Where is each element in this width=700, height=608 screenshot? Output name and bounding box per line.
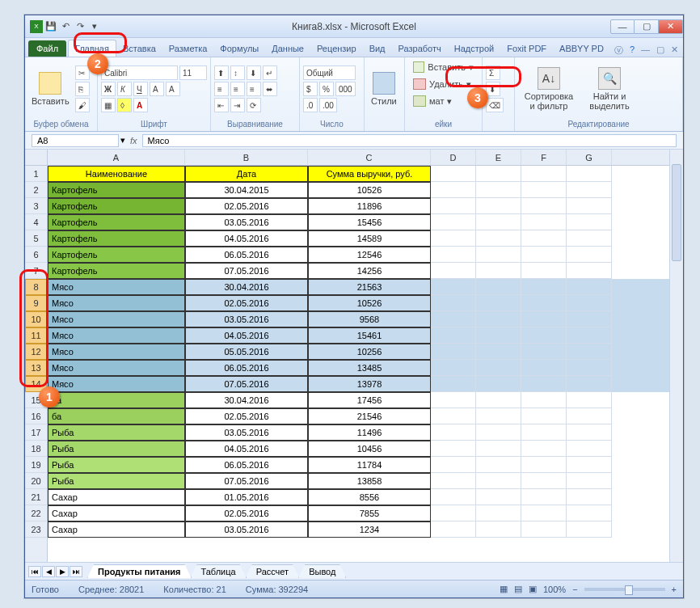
cell-empty[interactable]: [476, 424, 521, 441]
font-name-combo[interactable]: Calibri: [101, 65, 178, 80]
cell-sum[interactable]: 10526: [308, 182, 431, 198]
cell-empty[interactable]: [521, 489, 567, 505]
sheet-nav-last-icon[interactable]: ⏭: [70, 566, 82, 577]
cell-empty[interactable]: [476, 230, 521, 247]
row-header[interactable]: 14: [25, 376, 47, 392]
cell-sum[interactable]: 10456: [308, 441, 431, 457]
view-normal-icon[interactable]: ▦: [500, 584, 508, 594]
cell-empty[interactable]: [567, 457, 612, 473]
cell-date[interactable]: 30.04.2016: [185, 392, 308, 408]
cell-empty[interactable]: [567, 505, 612, 521]
cell-empty[interactable]: [476, 441, 521, 457]
cell-empty[interactable]: [567, 263, 612, 279]
cell-empty[interactable]: [431, 295, 476, 311]
header-date[interactable]: Дата: [185, 166, 308, 182]
sheet-nav-next-icon[interactable]: ▶: [56, 566, 69, 577]
cell-date[interactable]: 04.05.2016: [185, 230, 308, 247]
font-color-button[interactable]: A: [133, 98, 148, 112]
cell-empty[interactable]: [431, 198, 476, 214]
cell-empty[interactable]: [476, 489, 521, 505]
cell-empty[interactable]: [521, 521, 567, 538]
cell-empty[interactable]: [521, 408, 567, 424]
header-name[interactable]: Наименование: [48, 166, 185, 182]
maximize-button[interactable]: ▢: [635, 19, 659, 34]
cell-empty[interactable]: [567, 279, 612, 295]
cell-empty[interactable]: [431, 230, 476, 247]
cell-date[interactable]: 04.05.2016: [185, 441, 308, 457]
zoom-out-icon[interactable]: −: [572, 585, 577, 594]
cell-empty[interactable]: [476, 376, 521, 392]
delete-cells-button[interactable]: Удалить▾: [408, 76, 479, 92]
cell-empty[interactable]: [521, 392, 567, 408]
cell-name[interactable]: Картофель: [48, 198, 185, 214]
row-header[interactable]: 20: [25, 473, 47, 489]
row-header[interactable]: 16: [25, 408, 47, 424]
cell-empty[interactable]: [476, 360, 521, 376]
cell-date[interactable]: 30.04.2016: [185, 279, 308, 295]
find-select-button[interactable]: 🔍Найти и выделить: [582, 65, 637, 112]
vertical-scrollbar[interactable]: [669, 150, 683, 562]
align-center-icon[interactable]: ≡: [230, 82, 245, 96]
doc-restore-icon[interactable]: ▢: [656, 44, 664, 57]
align-top-icon[interactable]: ⬆: [214, 65, 229, 80]
cell-date[interactable]: 03.05.2016: [185, 311, 308, 327]
cell-name[interactable]: Мясо: [48, 311, 185, 327]
cell-empty[interactable]: [521, 441, 567, 457]
wrap-text-icon[interactable]: ↵: [263, 65, 277, 80]
cell-empty[interactable]: [431, 457, 476, 473]
view-layout-icon[interactable]: ▤: [514, 584, 522, 594]
orientation-icon[interactable]: ⟳: [247, 98, 261, 112]
cell-date[interactable]: 02.05.2016: [185, 198, 308, 214]
grow-font-icon[interactable]: A: [150, 82, 164, 96]
cell-empty[interactable]: [521, 376, 567, 392]
cell-name[interactable]: Рыба: [48, 457, 185, 473]
sheet-nav-first-icon[interactable]: ⏮: [28, 566, 41, 577]
cut-icon[interactable]: ✂: [75, 65, 90, 80]
sheet-tab[interactable]: Рассчет: [246, 564, 300, 578]
tab-home[interactable]: Главная: [68, 40, 116, 57]
save-icon[interactable]: 💾: [44, 20, 57, 33]
sheet-tab[interactable]: Продукты питания: [87, 564, 192, 578]
cell-empty[interactable]: [476, 392, 521, 408]
cell-name[interactable]: Мясо: [48, 360, 185, 376]
col-header-f[interactable]: F: [521, 150, 567, 165]
merge-icon[interactable]: ⬌: [263, 82, 277, 96]
cell-name[interactable]: Мясо: [48, 327, 185, 344]
cell-empty[interactable]: [476, 457, 521, 473]
sheet-nav-prev-icon[interactable]: ◀: [42, 566, 55, 577]
cell-empty[interactable]: [521, 198, 567, 214]
tab-developer[interactable]: Разработч: [392, 40, 448, 57]
cell-empty[interactable]: [567, 392, 612, 408]
row-header[interactable]: 8: [25, 279, 47, 295]
cell-empty[interactable]: [431, 505, 476, 521]
cell-date[interactable]: 06.05.2016: [185, 360, 308, 376]
cell-empty[interactable]: [431, 327, 476, 344]
cell-empty[interactable]: [521, 424, 567, 441]
font-size-combo[interactable]: 11: [179, 65, 207, 80]
row-header[interactable]: 2: [25, 182, 47, 198]
cell-date[interactable]: 03.05.2016: [185, 214, 308, 230]
cell-sum[interactable]: 15456: [308, 214, 431, 230]
close-button[interactable]: ✕: [659, 19, 683, 34]
italic-button[interactable]: К: [117, 82, 132, 96]
doc-minimize-icon[interactable]: —: [641, 44, 650, 57]
row-header[interactable]: 10: [25, 311, 47, 327]
cell-name[interactable]: Сахар: [48, 505, 185, 521]
cell-name[interactable]: Картофель: [48, 230, 185, 247]
tab-formulas[interactable]: Формулы: [213, 40, 265, 57]
cell-empty[interactable]: [567, 311, 612, 327]
cell-date[interactable]: 07.05.2016: [185, 376, 308, 392]
cell-empty[interactable]: [431, 247, 476, 263]
zoom-in-icon[interactable]: +: [672, 585, 677, 594]
tab-foxit[interactable]: Foxit PDF: [500, 40, 553, 57]
cell-name[interactable]: Рыба: [48, 473, 185, 489]
redo-icon[interactable]: ↷: [74, 20, 86, 33]
cell-name[interactable]: Сахар: [48, 521, 185, 538]
cell-empty[interactable]: [567, 182, 612, 198]
autosum-icon[interactable]: Σ: [486, 65, 500, 80]
comma-icon[interactable]: 000: [335, 82, 356, 96]
cell-empty[interactable]: [567, 360, 612, 376]
cell-empty[interactable]: [476, 311, 521, 327]
sheet-tab[interactable]: Вывод: [298, 564, 346, 578]
cell-empty[interactable]: [476, 327, 521, 344]
